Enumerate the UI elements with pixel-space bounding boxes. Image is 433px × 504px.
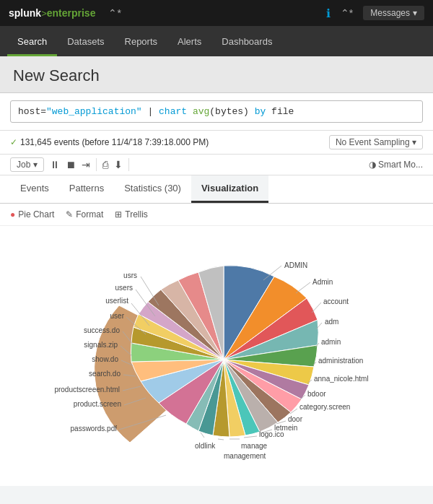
- pie-chart-label: Pie Chart: [18, 209, 54, 220]
- svg-text:logo.ico: logo.ico: [259, 430, 284, 438]
- page-title: New Search: [13, 66, 420, 85]
- check-icon: ✓: [10, 137, 17, 147]
- chart-toolbar: ● Pie Chart ✎ Format ⊞ Trellis: [0, 204, 433, 226]
- svg-line-26: [312, 303, 321, 313]
- sub-tab-visualization[interactable]: Visualization: [191, 175, 268, 203]
- svg-text:product.screen: product.screen: [74, 400, 121, 408]
- forward-icon[interactable]: ⇥: [82, 159, 90, 170]
- pie-chart-button[interactable]: ● Pie Chart: [10, 209, 54, 220]
- tab-dashboards[interactable]: Dashboards: [211, 29, 282, 56]
- search-input[interactable]: host="web_application" | chart avg(bytes…: [10, 100, 423, 123]
- smart-mode-label[interactable]: ◑ Smart Mo...: [369, 160, 423, 170]
- splunk-logo: splunk>enterprise: [9, 7, 95, 19]
- separator: [96, 158, 97, 171]
- svg-line-24: [296, 282, 310, 293]
- chart-icon[interactable]: ⌃*: [108, 7, 121, 19]
- format-button[interactable]: ✎ Format: [66, 209, 103, 220]
- trellis-button[interactable]: ⊞ Trellis: [115, 209, 148, 220]
- star-icon[interactable]: ⌃*: [341, 7, 353, 19]
- pie-icon: ●: [10, 209, 15, 220]
- pie-chart: usrs users userlist user success.do sign…: [7, 233, 426, 479]
- search-query-host: host="web_application" | chart avg(bytes…: [18, 106, 294, 117]
- pause-icon[interactable]: ⏸: [50, 159, 60, 170]
- svg-text:door: door: [288, 415, 303, 423]
- svg-text:show.do: show.do: [92, 355, 118, 363]
- svg-text:management: management: [224, 452, 266, 460]
- toolbar: Job ▾ ⏸ ⏹ ⇥ ⎙ ⬇ ◑ Smart Mo...: [0, 155, 433, 175]
- svg-text:usrs: usrs: [123, 271, 137, 279]
- svg-text:signals.zip: signals.zip: [84, 341, 118, 349]
- svg-text:anna_nicole.html: anna_nicole.html: [314, 375, 369, 383]
- pie-chart-svg: usrs users userlist user success.do sign…: [7, 233, 426, 479]
- svg-text:administration: administration: [318, 357, 363, 365]
- sub-tabs: Events Patterns Statistics (30) Visualiz…: [0, 175, 433, 204]
- svg-text:admin: admin: [321, 338, 341, 346]
- tab-reports[interactable]: Reports: [115, 29, 168, 56]
- dropdown-arrow-icon: ▾: [413, 8, 417, 18]
- sub-tab-patterns[interactable]: Patterns: [59, 175, 114, 203]
- messages-button[interactable]: Messages ▾: [363, 6, 424, 20]
- svg-line-44: [244, 436, 257, 438]
- svg-text:success.do: success.do: [84, 326, 120, 334]
- tab-datasets[interactable]: Datasets: [57, 29, 114, 56]
- trellis-icon: ⊞: [115, 209, 122, 220]
- svg-text:oldlink: oldlink: [195, 442, 216, 450]
- search-bar-area: host="web_application" | chart avg(bytes…: [0, 93, 433, 131]
- sampling-button[interactable]: No Event Sampling ▾: [329, 135, 423, 149]
- page-header: New Search: [0, 56, 433, 93]
- viz-area: usrs users userlist user success.do sign…: [0, 226, 433, 486]
- svg-text:ADMIN: ADMIN: [284, 261, 307, 269]
- svg-text:Admin: Admin: [312, 278, 333, 286]
- svg-text:manage: manage: [241, 442, 268, 450]
- info-bar: ✓ 131,645 events (before 11/4/'18 7:39:1…: [0, 131, 433, 155]
- sub-tab-events[interactable]: Events: [10, 175, 59, 203]
- svg-text:passwords.pdf: passwords.pdf: [71, 425, 118, 433]
- svg-text:search.do: search.do: [89, 370, 121, 378]
- format-label: Format: [76, 209, 103, 220]
- tab-search[interactable]: Search: [7, 29, 57, 56]
- separator2: [128, 158, 129, 171]
- svg-text:bdoor: bdoor: [307, 390, 326, 398]
- job-button[interactable]: Job ▾: [10, 157, 44, 172]
- info-icon[interactable]: ℹ: [326, 6, 331, 20]
- svg-text:users: users: [115, 284, 133, 292]
- topbar-icons: ℹ ⌃* Messages ▾: [326, 6, 424, 20]
- pencil-icon: ✎: [66, 209, 73, 220]
- messages-label: Messages: [370, 8, 410, 18]
- tab-alerts[interactable]: Alerts: [167, 29, 211, 56]
- topbar: splunk>enterprise ⌃* ℹ ⌃* Messages ▾: [0, 0, 433, 26]
- svg-line-48: [218, 439, 224, 440]
- stop-icon[interactable]: ⏹: [66, 159, 76, 170]
- download-icon[interactable]: ⬇: [114, 159, 123, 170]
- events-count: 131,645 events (before 11/4/'18 7:39:18.…: [20, 137, 209, 147]
- trellis-label: Trellis: [125, 209, 148, 220]
- svg-text:adm: adm: [325, 318, 338, 326]
- nav-tabs: Search Datasets Reports Alerts Dashboard…: [0, 26, 433, 56]
- sub-tab-statistics[interactable]: Statistics (30): [114, 175, 191, 203]
- svg-text:account: account: [323, 297, 349, 305]
- svg-text:user: user: [110, 312, 125, 320]
- svg-text:userlist: userlist: [105, 297, 128, 305]
- svg-text:category.screen: category.screen: [299, 403, 350, 411]
- svg-text:productscreeen.html: productscreeen.html: [54, 386, 120, 394]
- print-icon[interactable]: ⎙: [102, 159, 108, 170]
